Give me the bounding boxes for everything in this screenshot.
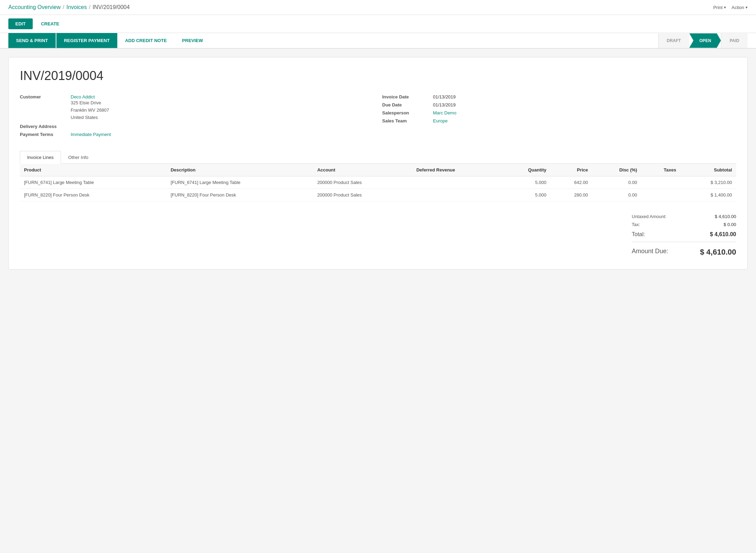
breadcrumb: Accounting Overview / Invoices / INV/201… bbox=[8, 4, 130, 10]
table-row: [FURN_6741] Large Meeting Table[FURN_674… bbox=[20, 176, 736, 189]
cell-quantity: 5.000 bbox=[501, 176, 551, 189]
cell-deferred_revenue bbox=[412, 189, 501, 201]
cell-description: [FURN_6741] Large Meeting Table bbox=[166, 176, 313, 189]
add-credit-note-button[interactable]: ADD CREDIT NOTE bbox=[117, 33, 174, 48]
sales-team-value[interactable]: Europe bbox=[433, 118, 448, 123]
tax-row: Tax: $ 0.00 bbox=[632, 221, 736, 229]
col-price: Price bbox=[551, 164, 592, 176]
right-actions: Print Action bbox=[713, 5, 748, 10]
cell-price: 642.00 bbox=[551, 176, 592, 189]
breadcrumb-sep1: / bbox=[63, 4, 64, 10]
toolbar: EDIT CREATE bbox=[0, 15, 756, 33]
status-paid[interactable]: PAID bbox=[721, 33, 748, 48]
print-button[interactable]: Print bbox=[713, 5, 726, 10]
invoice-date-value: 01/13/2019 bbox=[433, 94, 456, 99]
col-deferred-revenue: Deferred Revenue bbox=[412, 164, 501, 176]
invoice-card: INV/2019/0004 Customer Deco Addict 325 E… bbox=[8, 57, 748, 270]
address-line1: 325 Elsie Drive bbox=[71, 99, 109, 107]
table-row: [FURN_8220] Four Person Desk[FURN_8220] … bbox=[20, 189, 736, 201]
total-label: Total: bbox=[632, 231, 645, 238]
untaxed-row: Untaxed Amount: $ 4,610.00 bbox=[632, 213, 736, 221]
due-date-label: Due Date bbox=[382, 102, 427, 107]
address-line2: Franklin WV 26807 bbox=[71, 107, 109, 114]
customer-info: Deco Addict 325 Elsie Drive Franklin WV … bbox=[71, 94, 109, 121]
untaxed-value: $ 4,610.00 bbox=[715, 214, 736, 219]
cell-description: [FURN_8220] Four Person Desk bbox=[166, 189, 313, 201]
invoice-number: INV/2019/0004 bbox=[20, 69, 736, 83]
cell-taxes bbox=[641, 189, 680, 201]
invoice-date-label: Invoice Date bbox=[382, 94, 427, 99]
amount-due-value: $ 4,610.00 bbox=[700, 248, 736, 257]
send-print-button[interactable]: SEND & PRINT bbox=[8, 33, 56, 48]
invoice-table: Product Description Account Deferred Rev… bbox=[20, 164, 736, 201]
cell-quantity: 5.000 bbox=[501, 189, 551, 201]
delivery-label: Delivery Address bbox=[20, 124, 65, 129]
tab-other-info[interactable]: Other Info bbox=[61, 151, 96, 163]
breadcrumb-current: INV/2019/0004 bbox=[93, 4, 130, 10]
payment-terms-value[interactable]: Immediate Payment bbox=[71, 132, 111, 137]
action-bar: SEND & PRINT REGISTER PAYMENT ADD CREDIT… bbox=[0, 33, 756, 49]
status-bar: DRAFT OPEN PAID bbox=[658, 33, 748, 48]
tabs: Invoice Lines Other Info bbox=[20, 151, 736, 164]
sales-team-row: Sales Team Europe bbox=[382, 118, 736, 123]
cell-product: [FURN_8220] Four Person Desk bbox=[20, 189, 166, 201]
cell-disc: 0.00 bbox=[592, 189, 641, 201]
register-payment-button[interactable]: REGISTER PAYMENT bbox=[56, 33, 117, 48]
customer-address: 325 Elsie Drive Franklin WV 26807 United… bbox=[71, 99, 109, 121]
breadcrumb-accounting[interactable]: Accounting Overview bbox=[8, 4, 61, 10]
totals-section: Untaxed Amount: $ 4,610.00 Tax: $ 0.00 T… bbox=[20, 213, 736, 258]
invoice-details: Customer Deco Addict 325 Elsie Drive Fra… bbox=[20, 94, 736, 140]
cell-disc: 0.00 bbox=[592, 176, 641, 189]
salesperson-row: Salesperson Marc Demo bbox=[382, 110, 736, 115]
edit-button[interactable]: EDIT bbox=[8, 18, 33, 29]
col-account: Account bbox=[313, 164, 412, 176]
col-product: Product bbox=[20, 164, 166, 176]
customer-name[interactable]: Deco Addict bbox=[71, 94, 109, 99]
col-quantity: Quantity bbox=[501, 164, 551, 176]
col-description: Description bbox=[166, 164, 313, 176]
status-open[interactable]: OPEN bbox=[689, 33, 721, 48]
delivery-row: Delivery Address bbox=[20, 124, 374, 129]
due-date-row: Due Date 01/13/2019 bbox=[382, 102, 736, 107]
payment-terms-label: Payment Terms bbox=[20, 132, 65, 137]
preview-button[interactable]: PREVIEW bbox=[174, 33, 211, 48]
cell-subtotal: $ 3,210.00 bbox=[680, 176, 736, 189]
cell-taxes bbox=[641, 176, 680, 189]
cell-price: 280.00 bbox=[551, 189, 592, 201]
top-bar: Accounting Overview / Invoices / INV/201… bbox=[0, 0, 756, 15]
col-disc: Disc (%) bbox=[592, 164, 641, 176]
address-line3: United States bbox=[71, 114, 109, 121]
right-details: Invoice Date 01/13/2019 Due Date 01/13/2… bbox=[382, 94, 736, 140]
table-header-row: Product Description Account Deferred Rev… bbox=[20, 164, 736, 176]
status-draft[interactable]: DRAFT bbox=[658, 33, 690, 48]
cell-product: [FURN_6741] Large Meeting Table bbox=[20, 176, 166, 189]
main-content: INV/2019/0004 Customer Deco Addict 325 E… bbox=[0, 49, 756, 278]
customer-label: Customer bbox=[20, 94, 65, 99]
untaxed-label: Untaxed Amount: bbox=[632, 214, 667, 219]
invoice-date-row: Invoice Date 01/13/2019 bbox=[382, 94, 736, 99]
payment-terms-row: Payment Terms Immediate Payment bbox=[20, 132, 374, 137]
cell-account: 200000 Product Sales bbox=[313, 176, 412, 189]
cell-subtotal: $ 1,400.00 bbox=[680, 189, 736, 201]
total-value: $ 4,610.00 bbox=[710, 231, 736, 238]
salesperson-label: Salesperson bbox=[382, 110, 427, 115]
breadcrumb-invoices[interactable]: Invoices bbox=[66, 4, 87, 10]
totals-table: Untaxed Amount: $ 4,610.00 Tax: $ 0.00 T… bbox=[632, 213, 736, 258]
due-date-value: 01/13/2019 bbox=[433, 102, 456, 107]
sales-team-label: Sales Team bbox=[382, 118, 427, 123]
col-subtotal: Subtotal bbox=[680, 164, 736, 176]
total-row: Total: $ 4,610.00 bbox=[632, 229, 736, 239]
salesperson-value[interactable]: Marc Demo bbox=[433, 110, 456, 115]
amount-due-label: Amount Due: bbox=[632, 248, 668, 257]
col-taxes: Taxes bbox=[641, 164, 680, 176]
action-button[interactable]: Action bbox=[732, 5, 748, 10]
tab-invoice-lines[interactable]: Invoice Lines bbox=[20, 151, 61, 164]
tax-value: $ 0.00 bbox=[724, 222, 736, 227]
customer-row: Customer Deco Addict 325 Elsie Drive Fra… bbox=[20, 94, 374, 121]
amount-due-row: Amount Due: $ 4,610.00 bbox=[632, 242, 736, 258]
left-details: Customer Deco Addict 325 Elsie Drive Fra… bbox=[20, 94, 374, 140]
create-button[interactable]: CREATE bbox=[36, 18, 65, 29]
tax-label: Tax: bbox=[632, 222, 640, 227]
breadcrumb-sep2: / bbox=[89, 4, 90, 10]
cell-deferred_revenue bbox=[412, 176, 501, 189]
